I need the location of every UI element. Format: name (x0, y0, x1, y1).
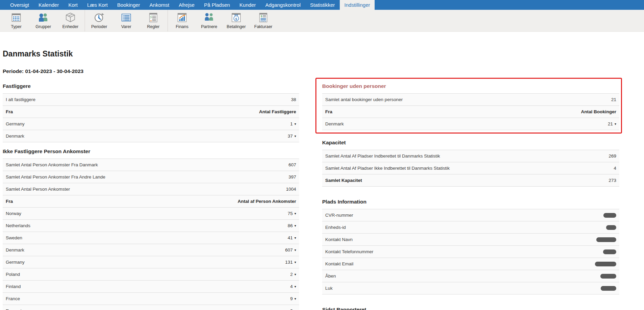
dropdown-arrow-icon[interactable]: ▾ (294, 297, 296, 301)
table-row: Kontakt Email (322, 258, 619, 270)
table-row[interactable]: Denmark 21▾ (322, 118, 619, 130)
table-row[interactable]: Sweden 41▾ (3, 232, 299, 244)
toolbar-item-betalinger[interactable]: $ Betalinger (223, 11, 250, 31)
section-kapacitet: Kapacitet Samlet Antal Af Pladser Indber… (322, 140, 619, 187)
table-row[interactable]: Finland 4▾ (3, 281, 299, 293)
toolbar-item-perioder[interactable]: Perioder (86, 11, 113, 31)
nav-item-laes-kort[interactable]: Læs Kort (82, 0, 112, 10)
dropdown-arrow-icon[interactable]: ▾ (294, 224, 296, 228)
table-row: I alt fastliggere 38 (3, 94, 299, 106)
nav-item-indstillinger[interactable]: Indstillinger (340, 0, 375, 10)
row-value: 4 (614, 166, 616, 171)
toolbar-item-label: Varer (121, 24, 131, 29)
table-row[interactable]: France 9▾ (3, 293, 299, 305)
row-label: Samlet Antal Person Ankomster (6, 187, 70, 192)
grupper-people-icon (37, 11, 49, 24)
table-row[interactable]: Norway 75▾ (3, 208, 299, 220)
table-row[interactable]: Germany 1▾ (3, 118, 299, 130)
dropdown-arrow-icon[interactable]: ▾ (294, 135, 296, 138)
table-row: Enheds-id (322, 221, 619, 234)
nav-item-afrejse[interactable]: Afrejse (174, 0, 199, 10)
toolbar-item-label: Partnere (201, 24, 217, 29)
table-row: CVR-nummer (322, 209, 619, 221)
left-column: Fastliggere I alt fastliggere 38 Fra Ant… (3, 83, 299, 310)
dropdown-arrow-icon[interactable]: ▾ (294, 285, 296, 288)
section-plads-information: Plads Information CVR-nummer Enheds-id K… (322, 199, 619, 294)
row-value: 75▾ (288, 211, 296, 216)
dropdown-arrow-icon[interactable]: ▾ (294, 273, 296, 276)
period-label: Periode: 01-04-2023 - 30-04-2023 (3, 68, 644, 74)
section-ikke-fastliggere: Ikke Fastliggere Person Ankomster Samlet… (3, 148, 299, 310)
table-row: Kontakt Navn (322, 234, 619, 246)
row-label: Denmark (325, 121, 344, 126)
section-title: Sidst Rapporteret (322, 307, 619, 310)
toolbar-item-label: Finans (176, 24, 188, 29)
section-fastliggere: Fastliggere I alt fastliggere 38 Fra Ant… (3, 83, 299, 142)
row-label: Kontakt Email (325, 261, 353, 266)
table-row[interactable]: Netherlands 86▾ (3, 220, 299, 232)
top-nav: Oversigt Kalender Kort Læs Kort Bookinge… (0, 0, 644, 10)
nav-item-kunder[interactable]: Kunder (235, 0, 261, 10)
row-label: Sweden (6, 235, 22, 240)
dropdown-arrow-icon[interactable]: ▾ (294, 248, 296, 252)
row-value: 1004 (286, 187, 296, 192)
row-value: 4▾ (290, 284, 296, 289)
nav-item-oversigt[interactable]: Oversigt (5, 0, 34, 10)
table-row: Samlet Antal Person Ankomster Fra Danmar… (3, 159, 299, 171)
row-label: Åben (325, 273, 336, 279)
nav-item-adgangskontrol[interactable]: Adgangskontrol (261, 0, 305, 10)
nav-item-ankomst[interactable]: Ankomst (145, 0, 174, 10)
section-title-warning: Bookinger uden personer (322, 83, 619, 94)
right-column: Bookinger uden personer Samlet antal boo… (322, 83, 619, 310)
toolbar-item-grupper[interactable]: Grupper (30, 11, 57, 31)
nav-item-kort[interactable]: Kort (64, 0, 83, 10)
table-row[interactable]: Poland 2▾ (3, 268, 299, 281)
column-header: Antal Fastliggere (259, 109, 296, 114)
table-row[interactable]: Germany 131▾ (3, 256, 299, 268)
toolbar-item-label: Enheder (62, 24, 78, 29)
nav-item-pa-pladsen[interactable]: På Pladsen (199, 0, 235, 10)
toolbar-item-fakturaer[interactable]: $ Fakturaer (250, 11, 277, 31)
nav-item-bookinger[interactable]: Bookinger (112, 0, 145, 10)
enheder-box-icon (64, 11, 76, 24)
row-label: I alt fastliggere (6, 97, 36, 102)
toolbar-item-finans[interactable]: Finans (169, 11, 196, 31)
toolbar-item-label: Grupper (36, 24, 51, 29)
nav-item-statistikker[interactable]: Statistikker (305, 0, 339, 10)
toolbar-item-label: Fakturaer (254, 24, 272, 29)
row-label: Romania (6, 308, 24, 310)
dropdown-arrow-icon[interactable]: ▾ (294, 236, 296, 240)
row-value: 269 (608, 153, 616, 159)
dropdown-arrow-icon[interactable]: ▾ (294, 212, 296, 215)
row-label: Samlet Kapacitet (325, 178, 362, 183)
toolbar-item-varer[interactable]: Varer (113, 11, 140, 31)
row-value: 9▾ (290, 296, 296, 301)
annotation-highlight-box: Bookinger uden personer Samlet antal boo… (315, 78, 622, 134)
row-label: Luk (325, 286, 333, 291)
toolbar-item-enheder[interactable]: Enheder (57, 11, 84, 31)
table-header-row: Fra Antal Fastliggere (3, 106, 299, 118)
row-value: 397 (288, 174, 296, 180)
dropdown-arrow-icon[interactable]: ▾ (294, 122, 296, 126)
table-row[interactable]: Romania 3▾ (3, 305, 299, 310)
toolbar-item-label: Perioder (91, 24, 107, 29)
row-value: 607 (288, 162, 296, 167)
table-row: Samlet antal bookinger uden personer 21 (322, 94, 619, 106)
dropdown-arrow-icon[interactable]: ▾ (615, 122, 616, 126)
table-row: Luk (322, 282, 619, 294)
row-label: Denmark (6, 134, 24, 139)
table-row: Samlet Antal Af Pladser Ikke Indberettet… (322, 162, 619, 174)
dropdown-arrow-icon[interactable]: ▾ (294, 261, 296, 264)
toolbar-item-regler[interactable]: Regler (140, 11, 167, 31)
svg-text:$: $ (261, 15, 262, 18)
row-label: Germany (6, 121, 25, 126)
table-row: Samlet Antal Af Pladser Indberettet til … (322, 150, 619, 162)
table-row[interactable]: Denmark 37▾ (3, 130, 299, 142)
main-content: Danmarks Statistik Periode: 01-04-2023 -… (0, 49, 644, 310)
row-label: Denmark (6, 247, 24, 253)
table-row[interactable]: Denmark 607▾ (3, 244, 299, 256)
toolbar-item-typer[interactable]: Typer (3, 11, 30, 31)
nav-item-kalender[interactable]: Kalender (34, 0, 64, 10)
toolbar-item-partnere[interactable]: Partnere (196, 11, 223, 31)
redacted-value (596, 237, 616, 242)
